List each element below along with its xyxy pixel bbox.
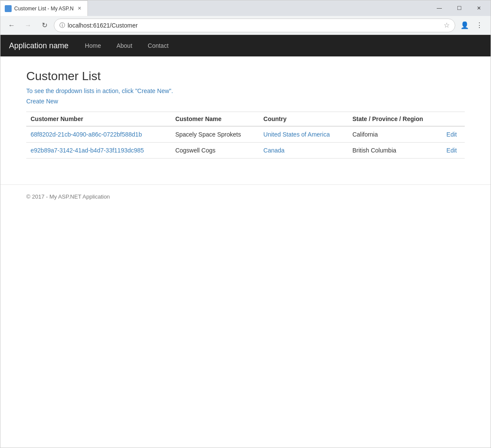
page-title: Customer List — [26, 69, 465, 83]
user-icon[interactable]: 👤 — [458, 19, 472, 32]
col-header-customer-number: Customer Number — [26, 112, 171, 127]
col-header-country: Country — [259, 112, 348, 127]
browser-window: Customer List - My ASP.N ✕ — ☐ ✕ ← → ↻ ⓘ… — [0, 0, 491, 448]
customer-name-cell: Cogswell Cogs — [171, 143, 259, 159]
nav-link-home[interactable]: Home — [81, 40, 104, 51]
customer-name-cell: Spacely Space Sprokets — [171, 126, 259, 143]
close-button[interactable]: ✕ — [469, 0, 489, 16]
refresh-button[interactable]: ↻ — [37, 19, 51, 32]
maximize-button[interactable]: ☐ — [449, 0, 469, 16]
lock-icon: ⓘ — [59, 22, 65, 29]
browser-toolbar: ← → ↻ ⓘ ☆ 👤 ⋮ — [0, 16, 491, 35]
state-cell: California — [348, 126, 442, 143]
customer-number-link[interactable]: 68f8202d-21cb-4090-a86c-0722bf588d1b — [31, 131, 142, 138]
create-new-link[interactable]: Create New — [26, 98, 58, 105]
country-link[interactable]: Canada — [264, 147, 285, 154]
browser-tab[interactable]: Customer List - My ASP.N ✕ — [0, 0, 88, 16]
toolbar-icons: 👤 ⋮ — [458, 19, 486, 32]
customer-table: Customer Number Customer Name Country St… — [26, 112, 465, 159]
col-header-action — [442, 112, 465, 127]
address-bar[interactable] — [68, 22, 441, 29]
tab-title: Customer List - My ASP.N — [14, 6, 74, 12]
minimize-button[interactable]: — — [429, 0, 449, 16]
tab-favicon — [5, 5, 12, 12]
table-row: 68f8202d-21cb-4090-a86c-0722bf588d1bSpac… — [26, 126, 465, 143]
instruction-text: To see the dropdown lists in action, cli… — [26, 87, 465, 94]
nav-link-contact[interactable]: Contact — [144, 40, 172, 51]
state-cell: British Columbia — [348, 143, 442, 159]
address-bar-container: ⓘ ☆ — [54, 19, 455, 32]
browser-titlebar: Customer List - My ASP.N ✕ — ☐ ✕ — [0, 0, 491, 16]
nav-link-about[interactable]: About — [113, 40, 136, 51]
app-brand[interactable]: Application name — [9, 41, 68, 50]
page-footer: © 2017 - My ASP.NET Application — [0, 184, 491, 208]
window-controls: — ☐ ✕ — [429, 0, 491, 16]
app-navbar: Application name Home About Contact — [0, 35, 491, 56]
table-row: e92b89a7-3142-41ad-b4d7-33f1193dc985Cogs… — [26, 143, 465, 159]
country-link[interactable]: United States of America — [264, 131, 330, 138]
edit-link[interactable]: Edit — [447, 147, 457, 154]
page-content: Customer List To see the dropdown lists … — [0, 56, 491, 184]
tab-close-button[interactable]: ✕ — [76, 5, 83, 12]
bookmark-star-icon[interactable]: ☆ — [444, 21, 450, 29]
forward-button[interactable]: → — [21, 19, 35, 32]
col-header-state: State / Province / Region — [348, 112, 442, 127]
back-button[interactable]: ← — [5, 19, 19, 32]
footer-text: © 2017 - My ASP.NET Application — [26, 193, 110, 200]
menu-icon[interactable]: ⋮ — [472, 19, 486, 32]
edit-link[interactable]: Edit — [447, 131, 457, 138]
customer-number-link[interactable]: e92b89a7-3142-41ad-b4d7-33f1193dc985 — [31, 147, 144, 154]
col-header-customer-name: Customer Name — [171, 112, 259, 127]
table-header-row: Customer Number Customer Name Country St… — [26, 112, 465, 127]
